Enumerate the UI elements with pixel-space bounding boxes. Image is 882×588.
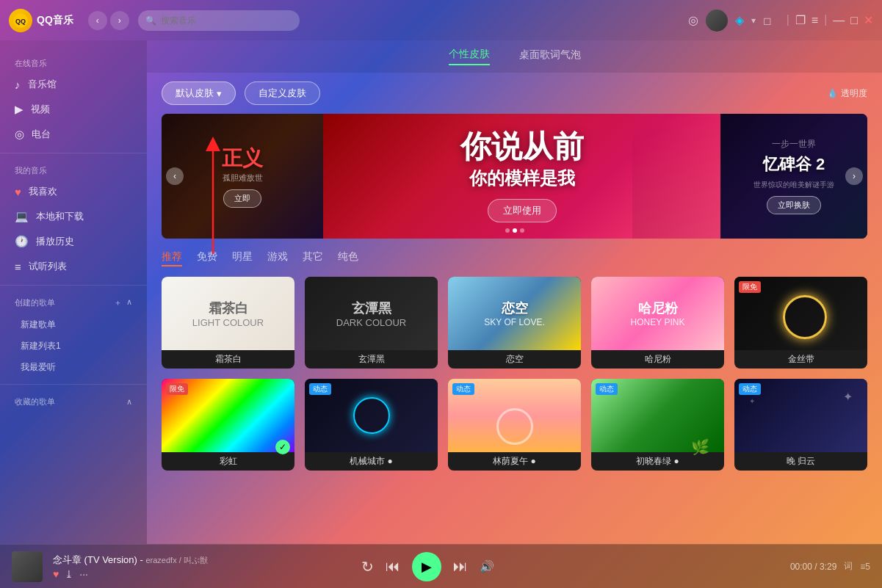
dropdown-icon: ▾ [217,88,222,99]
window-restore-button[interactable]: ❐ [795,13,806,27]
banner-right-btn[interactable]: 立即换肤 [767,196,821,214]
main-layout: 在线音乐 ♪ 音乐馆 ▶ 视频 ◎ 电台 我的音乐 ♥ 我喜欢 💻 本地和下载 [0,40,882,544]
search-input[interactable] [161,15,292,26]
tab-desktop-lyrics[interactable]: 桌面歌词气泡 [519,48,581,65]
sidebar-item-favorites-list[interactable]: 我最爱听 [0,357,147,378]
skin-label-ferris: 林荫夏午 ● [448,452,581,471]
sidebar-item-new-song[interactable]: 新建歌单 [0,314,147,335]
sidebar-item-downloads[interactable]: 💻 本地和下载 [0,204,147,229]
banner-prev-button[interactable]: ‹ [166,167,184,185]
skin-preview-sky: 恋空 SKY OF LOVE. [448,277,581,350]
location-icon: ◎ [688,13,698,27]
skin-card-dark-city[interactable]: 动态 机械城市 ● [305,379,438,471]
banner-left-panel: 正义 孤胆难敌世 立即 [162,114,323,239]
sidebar-collected-songs-title: 收藏的歌单 [15,396,55,407]
sidebar-item-video[interactable]: ▶ 视频 [0,97,147,122]
skin-badge-rainbow: 限免 [166,383,188,395]
prev-button[interactable]: ⏮ [386,558,400,575]
like-button[interactable]: ♥ [53,568,59,580]
banner-right-sub2: 世界惊叹的唯美解谜手游 [753,180,834,190]
sidebar-divider-2 [0,285,147,286]
next-button[interactable]: ⏭ [453,558,468,575]
sidebar-divider-3 [0,384,147,385]
default-skin-button[interactable]: 默认皮肤 ▾ [162,81,236,105]
more-button[interactable]: ··· [79,568,88,580]
playlist-button[interactable]: ≡5 [860,562,870,572]
sidebar-created-songs-header: 创建的歌单 ＋ ∧ [0,291,147,314]
skin-label-night: 晚 归云 [734,452,867,471]
sidebar-item-favorites[interactable]: ♥ 我喜欢 [0,179,147,204]
avatar[interactable] [706,10,728,32]
skin-card-gold[interactable]: 限免 金丝带 [734,277,867,369]
nav-forward-button[interactable]: › [110,11,129,30]
sidebar-item-label: 视频 [31,103,50,116]
sidebar-item-music-hall[interactable]: ♪ 音乐馆 [0,72,147,97]
banner-center-title2: 你的模样是我 [460,167,584,190]
sidebar-item-new-list1[interactable]: 新建列表1 [0,335,147,357]
filter-tab-recommended[interactable]: 推荐 [162,250,182,266]
banner-center-panel: 你说从前 你的模样是我 立即使用 [323,114,720,239]
lyrics-button[interactable]: 词 [844,560,853,573]
play-pause-button[interactable]: ▶ [412,552,441,581]
skin-toolbar: 默认皮肤 ▾ 自定义皮肤 💧 透明度 [162,73,867,114]
skin-card-ferris[interactable]: 动态 林荫夏午 ● [448,379,581,471]
skin-grid-row2: 限免 ✓ 彩虹 动态 机械城市 ● [162,379,867,471]
window-maximize-button[interactable]: □ [850,13,858,27]
skin-card-rainbow[interactable]: 限免 ✓ 彩虹 [162,379,294,471]
window-close-button[interactable]: ✕ [864,13,873,27]
skin-preview-pink: 哈尼粉 HONEY PINK [591,277,724,350]
nav-back-button[interactable]: ‹ [88,11,107,30]
transparency-button[interactable]: 💧 透明度 [827,87,867,100]
skin-card-light[interactable]: 霜茶白 LIGHT COLOUR 霜茶白 [162,277,294,369]
skin-card-night[interactable]: 动态 ✦ ✦ 晚 归云 [734,379,867,471]
sidebar: 在线音乐 ♪ 音乐馆 ▶ 视频 ◎ 电台 我的音乐 ♥ 我喜欢 💻 本地和下载 [0,40,147,544]
volume-button[interactable]: 🔊 [480,559,494,573]
custom-skin-button[interactable]: 自定义皮肤 [245,81,320,105]
sidebar-item-history[interactable]: 🕐 播放历史 [0,229,147,254]
sidebar-created-songs-title: 创建的歌单 [15,297,55,308]
skin-preview-dark: 玄潭黑 DARK COLOUR [305,277,438,350]
window-minimize-button[interactable]: — [833,13,845,27]
banner-right-sub1: 一步一世界 [753,138,834,150]
filter-tab-free[interactable]: 免费 [197,250,217,266]
banner-next-button[interactable]: › [845,167,863,185]
window-menu-button[interactable]: ≡ [811,13,818,27]
skin-label-dark-city: 机械城市 ● [305,452,438,471]
repeat-button[interactable]: ↻ [361,558,374,576]
radio-icon: ◎ [15,128,24,141]
download-button[interactable]: ⤓ [65,568,73,580]
skin-card-green[interactable]: 动态 🌿 初晓春绿 ● [591,379,724,471]
skin-label-sky: 恋空 [448,350,581,369]
banner-dot-1[interactable] [505,228,510,233]
content-tabs: 个性皮肤 桌面歌词气泡 [147,40,882,73]
sidebar-item-label: 播放历史 [36,235,74,248]
filter-tab-game[interactable]: 游戏 [267,250,288,266]
filter-tab-solid[interactable]: 纯色 [338,250,358,266]
filter-tabs: 推荐 免费 明星 游戏 其它 纯色 [162,250,867,266]
filter-tab-other[interactable]: 其它 [303,250,323,266]
skin-name-en-pink: HONEY PINK [631,317,685,327]
search-bar: 🔍 [138,10,300,31]
filter-tab-star[interactable]: 明星 [232,250,253,266]
skin-name-cn-light: 霜茶白 [209,300,248,317]
banner-left-title: 正义 [222,145,263,173]
collapse-collected-button[interactable]: ∧ [126,397,132,407]
collapse-created-button[interactable]: ∧ [126,297,132,308]
app-title: QQ音乐 [37,14,73,27]
banner-center-use-btn[interactable]: 立即使用 [488,199,557,222]
sidebar-item-radio[interactable]: ◎ 电台 [0,122,147,147]
player-thumbnail [12,551,43,582]
skin-badge-night: 动态 [739,383,761,395]
tab-personal-skin[interactable]: 个性皮肤 [449,48,490,65]
skin-card-dark[interactable]: 玄潭黑 DARK COLOUR 玄潭黑 [305,277,438,369]
banner-dot-2[interactable] [513,228,517,233]
add-playlist-button[interactable]: ＋ [114,297,122,308]
bottom-player: 念斗章 (TV Version) - erazedfx / 叫ぶ獣 ♥ ⤓ ··… [0,544,882,588]
skin-badge-gold: 限免 [739,281,761,293]
sidebar-item-trial[interactable]: ≡ 试听列表 [0,254,147,279]
skin-card-sky[interactable]: 恋空 SKY OF LOVE. 恋空 [448,277,581,369]
banner-dot-3[interactable] [520,228,524,233]
window-controls: | ❐ ≡ | — □ ✕ [787,13,873,27]
banner-left-btn[interactable]: 立即 [223,189,261,208]
skin-card-pink[interactable]: 哈尼粉 HONEY PINK 哈尼粉 [591,277,724,369]
